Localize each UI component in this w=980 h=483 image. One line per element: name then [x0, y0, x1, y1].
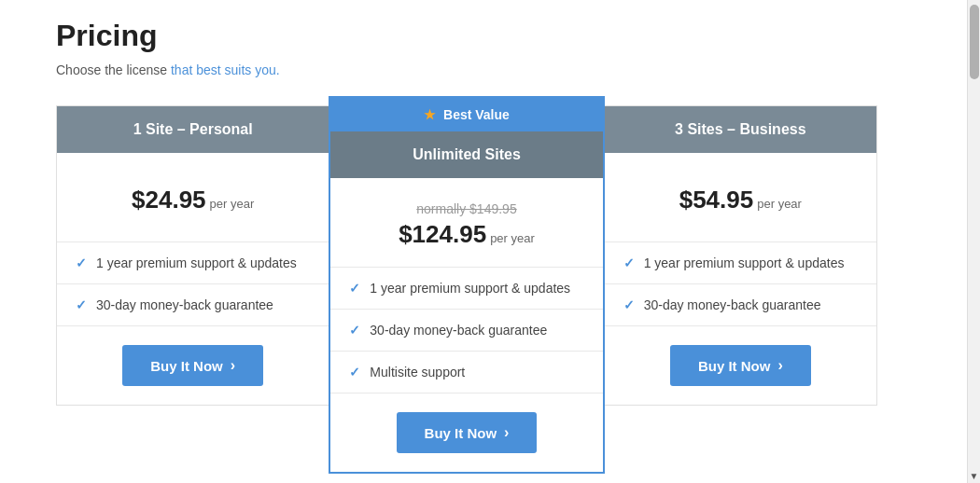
plan-unlimited-features: ✓ 1 year premium support & updates ✓ 30-…	[330, 268, 602, 393]
plan-unlimited: ★ Best Value Unlimited Sites normally $1…	[329, 96, 604, 474]
subtitle-link[interactable]: that best suits you.	[171, 62, 280, 77]
plan-personal-features: ✓ 1 year premium support & updates ✓ 30-…	[57, 242, 329, 325]
plan-business-price: $54.95 per year	[679, 186, 802, 214]
check-icon: ✓	[349, 365, 360, 380]
plan-unlimited-price-section: normally $149.95 $124.95 per year	[330, 178, 602, 268]
buy-now-unlimited-button[interactable]: Buy It Now ›	[397, 412, 538, 453]
plan-business-features: ✓ 1 year premium support & updates ✓ 30-…	[605, 242, 876, 325]
list-item: ✓ 1 year premium support & updates	[330, 268, 602, 310]
check-icon: ✓	[623, 255, 635, 270]
plan-business-cta: Buy It Now ›	[605, 325, 876, 405]
plan-personal-cta: Buy It Now ›	[57, 325, 329, 405]
plan-personal-price-section: $24.95 per year	[57, 153, 329, 242]
plan-unlimited-cta: Buy It Now ›	[330, 393, 602, 472]
buy-now-business-button[interactable]: Buy It Now ›	[670, 345, 811, 386]
scroll-down-arrow[interactable]: ▼	[968, 471, 980, 481]
check-icon: ✓	[349, 323, 360, 338]
list-item: ✓ 30-day money-back guarantee	[330, 310, 602, 352]
pricing-subtitle: Choose the license that best suits you.	[56, 62, 877, 77]
plan-personal-header: 1 Site – Personal	[57, 106, 329, 153]
best-value-badge: ★ Best Value	[330, 98, 602, 131]
list-item: ✓ 30-day money-back guarantee	[605, 284, 876, 325]
arrow-icon: ›	[777, 357, 782, 374]
scrollbar[interactable]: ▲ ▼	[967, 0, 980, 483]
buy-now-personal-button[interactable]: Buy It Now ›	[122, 345, 263, 386]
arrow-icon: ›	[231, 357, 235, 374]
list-item: ✓ 30-day money-back guarantee	[57, 284, 329, 325]
check-icon: ✓	[623, 297, 635, 312]
plans-container: 1 Site – Personal $24.95 per year ✓ 1 ye…	[56, 105, 877, 474]
scrollbar-thumb[interactable]	[970, 5, 979, 79]
plan-unlimited-original-price: normally $149.95	[416, 201, 516, 216]
page-wrapper: Pricing Choose the license that best sui…	[0, 0, 933, 483]
plan-personal-price-wrapper: $24.95 per year	[76, 172, 310, 228]
plan-business-price-wrapper: $54.95 per year	[623, 172, 858, 228]
arrow-icon: ›	[504, 424, 509, 441]
plan-unlimited-price-wrapper: normally $149.95 $124.95 per year	[349, 197, 583, 253]
plan-unlimited-header: Unlimited Sites	[330, 131, 602, 178]
list-item: ✓ Multisite support	[330, 352, 602, 393]
plan-business: 3 Sites – Business $54.95 per year ✓ 1 y…	[604, 105, 877, 406]
plan-business-price-section: $54.95 per year	[605, 153, 876, 242]
plan-personal: 1 Site – Personal $24.95 per year ✓ 1 ye…	[56, 105, 329, 406]
list-item: ✓ 1 year premium support & updates	[605, 242, 876, 284]
list-item: ✓ 1 year premium support & updates	[57, 242, 329, 284]
check-icon: ✓	[76, 255, 87, 270]
plan-personal-price: $24.95 per year	[132, 186, 254, 214]
star-icon: ★	[424, 107, 436, 122]
plan-unlimited-price: $124.95 per year	[399, 220, 535, 249]
plan-business-header: 3 Sites – Business	[605, 106, 876, 153]
check-icon: ✓	[349, 281, 360, 296]
check-icon: ✓	[76, 297, 87, 312]
page-title: Pricing	[56, 19, 877, 53]
